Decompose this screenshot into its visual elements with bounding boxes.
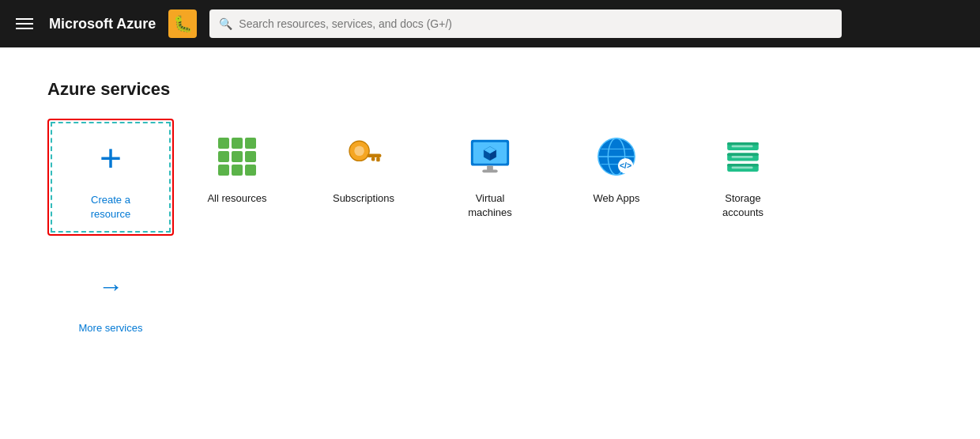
service-create-resource[interactable]: + Create aresource [47, 119, 174, 236]
create-resource-icon-wrap: + [85, 133, 136, 184]
app-title: Microsoft Azure [49, 16, 156, 32]
section-title: Azure services [47, 79, 933, 100]
svg-text:</>: </> [620, 161, 631, 170]
service-label-subscriptions: Subscriptions [333, 191, 394, 206]
main-content: Azure services + Create aresource All re… [0, 47, 980, 439]
services-row: + Create aresource All resources [47, 119, 933, 236]
search-icon: 🔍 [219, 17, 232, 30]
svg-rect-2 [368, 153, 382, 157]
vm-icon-wrap [465, 131, 515, 182]
service-label-all-resources: All resources [207, 191, 266, 206]
service-label-storage-accounts: Storageaccounts [722, 191, 763, 220]
service-label-create-resource: Create aresource [91, 193, 131, 221]
svg-point-1 [354, 146, 364, 157]
monitor-icon [467, 134, 513, 180]
svg-rect-12 [482, 169, 497, 172]
subscriptions-icon-wrap [338, 131, 389, 182]
more-services-button[interactable]: → More services [47, 248, 174, 348]
storage-icon [722, 135, 764, 178]
all-resources-icon-wrap [212, 131, 262, 182]
top-navigation: Microsoft Azure 🐛 🔍 [0, 0, 980, 47]
service-label-virtual-machines: Virtualmachines [468, 191, 512, 220]
globe-icon: </> [594, 134, 639, 180]
svg-rect-22 [727, 142, 759, 146]
svg-rect-4 [371, 157, 375, 161]
service-label-web-apps: Web Apps [593, 191, 639, 206]
key-icon [342, 135, 385, 178]
storage-accounts-icon-wrap [718, 131, 768, 182]
more-services-label: More services [79, 321, 143, 335]
bug-icon[interactable]: 🐛 [168, 9, 197, 38]
hamburger-menu[interactable] [13, 15, 36, 32]
service-storage-accounts[interactable]: Storageaccounts [680, 119, 806, 233]
svg-rect-24 [727, 153, 759, 157]
arrow-icon-wrap: → [85, 261, 136, 312]
search-input[interactable] [239, 17, 832, 30]
svg-rect-29 [732, 167, 753, 169]
search-bar[interactable]: 🔍 [209, 9, 842, 38]
svg-rect-27 [732, 146, 753, 148]
service-virtual-machines[interactable]: Virtualmachines [427, 119, 553, 233]
arrow-right-icon: → [98, 272, 123, 301]
grid-icon [218, 138, 256, 176]
svg-rect-26 [727, 164, 759, 167]
service-web-apps[interactable]: </> Web Apps [553, 119, 680, 218]
service-subscriptions[interactable]: Subscriptions [300, 119, 427, 218]
svg-rect-3 [376, 157, 380, 161]
more-services-row: → More services [47, 248, 933, 348]
web-apps-icon-wrap: </> [591, 131, 642, 182]
svg-rect-28 [732, 156, 753, 158]
service-all-resources[interactable]: All resources [174, 119, 300, 218]
plus-icon: + [100, 139, 122, 177]
